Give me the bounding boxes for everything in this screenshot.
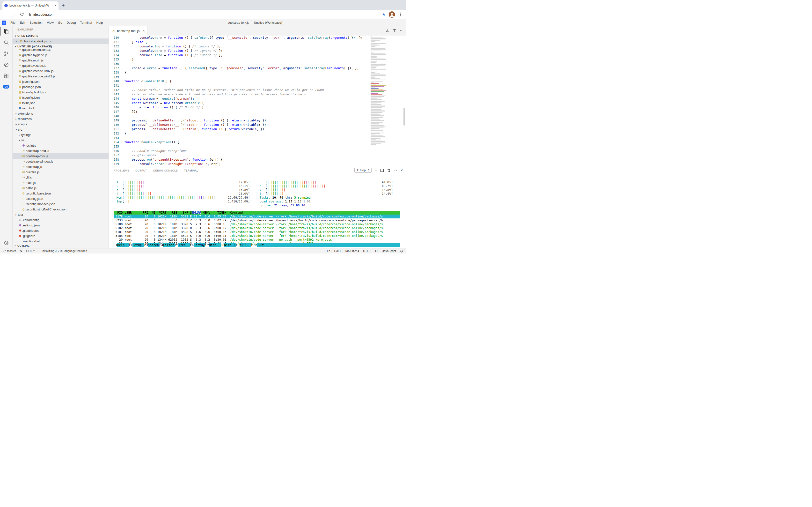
split-editor-button[interactable] bbox=[392, 29, 396, 33]
more-actions-button[interactable] bbox=[400, 29, 404, 33]
tree-item-gulpfile.vscode.win32.js[interactable]: JSgulpfile.vscode.win32.js bbox=[13, 73, 109, 79]
tree-item-gulpfile.vscode.linux.js[interactable]: JSgulpfile.vscode.linux.js bbox=[13, 68, 109, 73]
terminal-picker[interactable]: 1: htop bbox=[354, 168, 372, 173]
menu-file[interactable]: File bbox=[8, 20, 18, 25]
tree-item-test[interactable]: ▸test bbox=[13, 212, 109, 217]
menu-help[interactable]: Help bbox=[94, 20, 105, 25]
tree-item-resources[interactable]: ▸resources bbox=[13, 116, 109, 121]
twistie-icon[interactable]: ▸ bbox=[14, 118, 18, 120]
back-icon[interactable]: ← bbox=[3, 12, 8, 17]
app-logo-icon[interactable]: ≡ bbox=[2, 20, 6, 25]
twistie-icon[interactable]: ▸ bbox=[18, 139, 21, 142]
tree-item-cli.js[interactable]: JScli.js bbox=[13, 175, 109, 180]
tab-close-icon[interactable]: × bbox=[55, 4, 57, 7]
tree-item-tsconfig.monaco.json[interactable]: {}tsconfig.monaco.json bbox=[13, 201, 109, 207]
workspace-header[interactable]: ▾ UNTITLED (WORKSPACE) bbox=[13, 44, 109, 49]
tree-item-gulpfile.vscode.js[interactable]: JSgulpfile.vscode.js bbox=[13, 63, 109, 68]
twistie-icon[interactable]: ▾ bbox=[14, 128, 18, 131]
menu-selection[interactable]: Selection bbox=[27, 20, 45, 25]
menu-go[interactable]: Go bbox=[56, 20, 64, 25]
close-editor-icon[interactable]: × bbox=[14, 40, 18, 43]
sync-button[interactable] bbox=[19, 249, 22, 252]
tree-item-paths.js[interactable]: JSpaths.js bbox=[13, 185, 109, 190]
tree-item-bootstrap-fork.js[interactable]: JSbootstrap-fork.js bbox=[13, 153, 109, 159]
close-panel-button[interactable]: × bbox=[400, 168, 403, 172]
twistie-icon[interactable]: ▸ bbox=[14, 112, 18, 115]
tree-item-src[interactable]: ▾src bbox=[13, 127, 109, 132]
tree-item-main.js[interactable]: JSmain.js bbox=[13, 180, 109, 185]
menu-edit[interactable]: Edit bbox=[18, 20, 27, 25]
tree-item-tsconfig.build.json[interactable]: {}tsconfig.build.json bbox=[13, 90, 109, 95]
open-changes-button[interactable] bbox=[385, 29, 389, 33]
editor-scrollbar[interactable] bbox=[403, 108, 405, 125]
twistie-icon[interactable]: ▸ bbox=[14, 213, 18, 216]
tree-item-yarn.lock[interactable]: yarn.lock bbox=[13, 106, 109, 111]
tree-item-vs[interactable]: ▸vs bbox=[13, 137, 109, 143]
tab-close-icon[interactable]: × bbox=[143, 29, 145, 33]
tree-item-extensions[interactable]: ▸extensions bbox=[13, 111, 109, 116]
encoding[interactable]: UTF-8 bbox=[363, 249, 371, 253]
branch-indicator[interactable]: master bbox=[3, 249, 16, 253]
outline-header[interactable]: ▸ OUTLINE bbox=[13, 243, 109, 248]
panel-tab-output[interactable]: OUTPUT bbox=[135, 167, 147, 174]
problems-indicator[interactable]: 0 0 bbox=[26, 249, 38, 253]
url-text[interactable]: ide.coder.com bbox=[34, 13, 54, 16]
tree-item-.gitignore[interactable]: .gitignore bbox=[13, 233, 109, 238]
forward-icon[interactable]: → bbox=[12, 12, 16, 17]
tree-item-.mention-bot[interactable]: .mention-bot bbox=[13, 238, 109, 243]
tree-item-bootstrap-window.js[interactable]: JSbootstrap-window.js bbox=[13, 159, 109, 164]
indentation[interactable]: Tab Size: 4 bbox=[345, 249, 359, 253]
debug-activity-button[interactable] bbox=[0, 59, 13, 70]
bookmark-star-icon[interactable]: ★ bbox=[382, 12, 385, 17]
split-terminal-button[interactable] bbox=[380, 169, 384, 172]
tree-item-.eslintrc[interactable]: .eslintrc bbox=[13, 143, 109, 148]
tree-item-tslint.json[interactable]: {}tslint.json bbox=[13, 100, 109, 106]
explorer-activity-button[interactable] bbox=[0, 26, 13, 37]
tree-item-.eslintrc.json[interactable]: .eslintrc.json bbox=[13, 223, 109, 228]
kill-terminal-button[interactable] bbox=[387, 169, 391, 172]
panel-tab-debug-console[interactable]: DEBUG CONSOLE bbox=[153, 167, 178, 174]
notifications-button[interactable] bbox=[400, 249, 403, 253]
tree-item-bootstrap-amd.js[interactable]: JSbootstrap-amd.js bbox=[13, 148, 109, 153]
extensions-activity-button[interactable] bbox=[0, 70, 13, 81]
eol[interactable]: LF bbox=[375, 249, 379, 253]
tree-item-scripts[interactable]: ▸scripts bbox=[13, 121, 109, 127]
twistie-icon[interactable]: ▸ bbox=[14, 123, 18, 125]
url-box[interactable]: ide.coder.com bbox=[28, 13, 379, 16]
reload-icon[interactable] bbox=[20, 12, 25, 16]
menu-view[interactable]: View bbox=[45, 20, 56, 25]
terminal[interactable]: 1[||||||||||||17.8%]2[|||||||||||16.1%]3… bbox=[109, 174, 406, 248]
tree-item-gulpfile.mixin.js[interactable]: JSgulpfile.mixin.js bbox=[13, 58, 109, 63]
collaboration-badge[interactable]: Off bbox=[3, 85, 9, 89]
twistie-icon[interactable]: ▸ bbox=[18, 133, 21, 136]
open-editors-header[interactable]: ▾ OPEN EDITORS bbox=[13, 33, 109, 39]
tree-item-tsconfig.strictNullChecks.json[interactable]: {}tsconfig.strictNullChecks.json bbox=[13, 207, 109, 212]
menu-terminal[interactable]: Terminal bbox=[78, 20, 94, 25]
tree-item-tsconfig.base.json[interactable]: {}tsconfig.base.json bbox=[13, 190, 109, 196]
tree-item-gulpfile.extensions.js[interactable]: JSgulpfile.extensions.js bbox=[13, 49, 109, 52]
tree-item-package.json[interactable]: {}package.json bbox=[13, 84, 109, 90]
tree-item-bootstrap.js[interactable]: JSbootstrap.js bbox=[13, 164, 109, 169]
tree-item-.gitattributes[interactable]: .gitattributes bbox=[13, 228, 109, 233]
tree-item-jsconfig.json[interactable]: {}jsconfig.json bbox=[13, 79, 109, 84]
browser-menu-icon[interactable]: ••• bbox=[398, 12, 402, 17]
minimap[interactable] bbox=[371, 36, 391, 166]
new-tab-button[interactable]: + bbox=[60, 2, 67, 9]
source-control-activity-button[interactable] bbox=[0, 48, 13, 59]
tree-item-tsconfig.json[interactable]: {}tsconfig.json bbox=[13, 196, 109, 201]
code-editor[interactable]: 130 console.warn = function () { safeSen… bbox=[109, 36, 406, 166]
tree-item-.editorconfig[interactable]: .editorconfig bbox=[13, 217, 109, 223]
browser-tab[interactable]: bootstrap-fork.js — Untitled (W × bbox=[2, 1, 59, 10]
editor-tab-bootstrap-fork[interactable]: JS bootstrap-fork.js × bbox=[109, 26, 147, 36]
avatar[interactable] bbox=[389, 11, 395, 18]
language-mode[interactable]: JavaScript bbox=[382, 249, 396, 253]
tree-item-typings[interactable]: ▸typings bbox=[13, 132, 109, 137]
maximize-panel-button[interactable] bbox=[394, 169, 397, 172]
search-activity-button[interactable] bbox=[0, 37, 13, 48]
tree-item-tsconfig.json[interactable]: {}tsconfig.json bbox=[13, 95, 109, 100]
settings-gear-button[interactable] bbox=[4, 240, 9, 246]
new-terminal-button[interactable]: + bbox=[375, 168, 377, 172]
menu-debug[interactable]: Debug bbox=[64, 20, 78, 25]
tree-item-gulpfile.hygiene.js[interactable]: JSgulpfile.hygiene.js bbox=[13, 52, 109, 58]
panel-tab-terminal[interactable]: TERMINAL bbox=[184, 167, 199, 174]
